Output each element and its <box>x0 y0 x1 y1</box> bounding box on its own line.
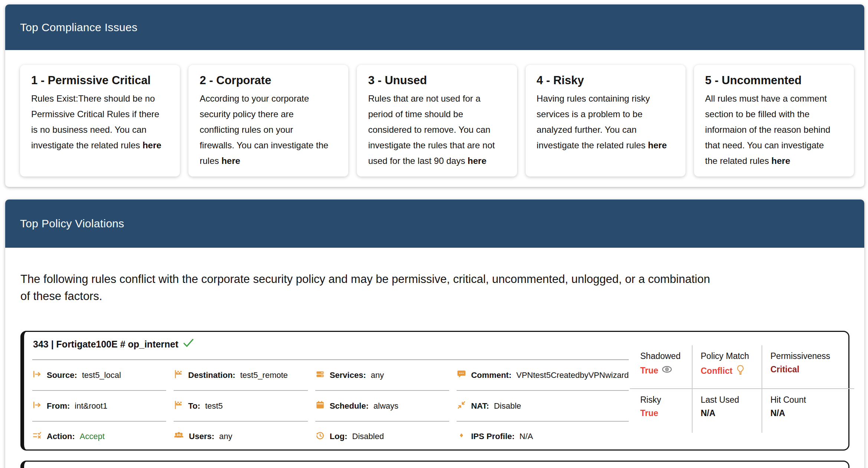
compliance-card-corporate: 2 - Corporate According to your corporat… <box>188 65 348 177</box>
compliance-card-risky: 4 - Risky Having rules containing risky … <box>526 65 685 177</box>
detail-action: Action: Accept <box>32 422 166 451</box>
rule-card: 343 | Fortigate100E # op_internet Source… <box>20 331 849 451</box>
detail-value: test5_remote <box>240 370 287 380</box>
diamond-icon <box>457 431 466 442</box>
card-body: Rules Exist:There should be no Permissiv… <box>31 91 161 153</box>
card-body-text: All rules must have a comment section to… <box>705 93 831 166</box>
detail-label: Destination: <box>188 370 235 380</box>
status-value-last-used: N/A <box>701 408 716 418</box>
detail-value: VPNtest5CreatedbyVPNwizard <box>516 370 629 380</box>
violations-panel-body: The following rules conflict with the co… <box>5 271 864 468</box>
detail-label: Users: <box>189 432 214 441</box>
here-link[interactable]: here <box>221 156 240 166</box>
compress-arrows-icon <box>457 400 466 412</box>
detail-label: Source: <box>47 370 77 380</box>
here-link[interactable]: here <box>468 156 487 166</box>
detail-from: From: int&root1 <box>32 391 166 422</box>
detail-label: Services: <box>330 370 366 380</box>
rule-card-next-partial <box>20 461 849 468</box>
card-body-text: Rules Exist:There should be no Permissiv… <box>31 93 159 150</box>
detail-value: always <box>374 401 398 411</box>
arrow-from-bar-icon <box>32 369 42 381</box>
status-value-hit-count: N/A <box>770 408 785 418</box>
detail-services: Services: any <box>315 360 449 391</box>
compliance-card-uncommented: 5 - Uncommented All rules must have a co… <box>694 65 854 177</box>
detail-label: NAT: <box>471 401 489 411</box>
detail-schedule: Schedule: always <box>315 391 449 422</box>
violations-panel-title: Top Policy Violations <box>20 217 124 230</box>
detail-value: any <box>219 432 232 441</box>
card-body: According to your corporate security pol… <box>200 91 330 169</box>
status-value-permissiveness: Critical <box>770 365 799 375</box>
eye-icon[interactable] <box>661 365 673 376</box>
status-value-risky: True <box>640 408 658 418</box>
rule-status-table: Shadowed True Policy Match Conflict <box>630 345 854 433</box>
detail-log: Log: Disabled <box>315 422 449 451</box>
detail-source: Source: test5_local <box>32 360 166 391</box>
detail-label: IPS Profile: <box>471 432 514 441</box>
here-link[interactable]: here <box>648 140 667 150</box>
here-link[interactable]: here <box>772 156 790 166</box>
detail-value: Disabled <box>352 432 384 441</box>
detail-ips-profile: IPS Profile: N/A <box>457 422 629 451</box>
status-header: Policy Match <box>701 351 762 361</box>
status-value-policy-match: Conflict <box>701 366 733 376</box>
card-body: Having rules containing risky services i… <box>537 91 667 153</box>
detail-users: Users: any <box>174 422 308 451</box>
status-header: Last Used <box>701 395 762 405</box>
checkered-flag-icon <box>174 400 183 412</box>
detail-destination: Destination: test5_remote <box>174 360 308 391</box>
card-body-text: Rules that are not used for a period of … <box>368 93 495 166</box>
detail-to: To: test5 <box>174 391 308 422</box>
detail-label: To: <box>188 401 200 411</box>
detail-value: test5 <box>205 401 223 411</box>
detail-value: any <box>371 370 384 380</box>
card-title: 5 - Uncommented <box>705 74 835 87</box>
compliance-card-unused: 3 - Unused Rules that are not used for a… <box>357 65 517 177</box>
compliance-panel-header: Top Compliance Issues <box>5 4 864 50</box>
status-permissiveness: Permissiveness Critical <box>762 345 854 389</box>
server-icon <box>315 369 325 381</box>
detail-label: Comment: <box>471 370 512 380</box>
detail-label: Action: <box>47 432 75 441</box>
detail-label: From: <box>47 401 70 411</box>
comment-bubble-icon <box>457 369 466 381</box>
arrow-from-bar-icon <box>32 400 42 412</box>
rule-details-grid: Source: test5_local Destination: test5_r… <box>32 360 629 451</box>
card-title: 1 - Permissive Critical <box>31 74 161 87</box>
status-value-shadowed: True <box>640 366 658 376</box>
checkered-flag-icon <box>174 369 183 381</box>
card-title: 3 - Unused <box>368 74 498 87</box>
history-clock-icon <box>315 431 325 442</box>
status-header: Risky <box>640 395 692 405</box>
detail-value-accept: Accept <box>80 432 105 441</box>
status-policy-match: Policy Match Conflict <box>692 345 762 389</box>
lightbulb-icon[interactable] <box>736 365 745 377</box>
detail-comment: Comment: VPNtest5CreatedbyVPNwizard <box>457 360 629 391</box>
policy-violations-panel: Top Policy Violations The following rule… <box>5 200 864 468</box>
detail-nat: NAT: Disable <box>457 391 629 422</box>
compliance-panel-title: Top Compliance Issues <box>20 21 137 34</box>
users-icon <box>174 431 184 442</box>
detail-value: Disable <box>494 401 521 411</box>
card-title: 4 - Risky <box>537 74 667 87</box>
detail-value: test5_local <box>82 370 121 380</box>
status-header: Permissiveness <box>770 351 854 361</box>
card-body: All rules must have a comment section to… <box>705 91 835 169</box>
detail-value: N/A <box>519 432 533 441</box>
card-title: 2 - Corporate <box>200 74 330 87</box>
card-body-text: Having rules containing risky services i… <box>537 93 650 150</box>
status-risky: Risky True <box>630 389 692 433</box>
compliance-cards-row: 1 - Permissive Critical Rules Exist:Ther… <box>5 50 864 177</box>
detail-label: Log: <box>330 432 348 441</box>
compliance-card-permissive-critical: 1 - Permissive Critical Rules Exist:Ther… <box>20 65 180 177</box>
status-last-used: Last Used N/A <box>692 389 762 433</box>
list-check-icon <box>32 431 42 442</box>
here-link[interactable]: here <box>142 140 161 150</box>
detail-value: int&root1 <box>75 401 107 411</box>
status-hit-count: Hit Count N/A <box>762 389 854 433</box>
status-header: Shadowed <box>640 351 692 361</box>
card-body: Rules that are not used for a period of … <box>368 91 498 169</box>
status-header: Hit Count <box>770 395 854 405</box>
check-icon <box>183 338 194 350</box>
